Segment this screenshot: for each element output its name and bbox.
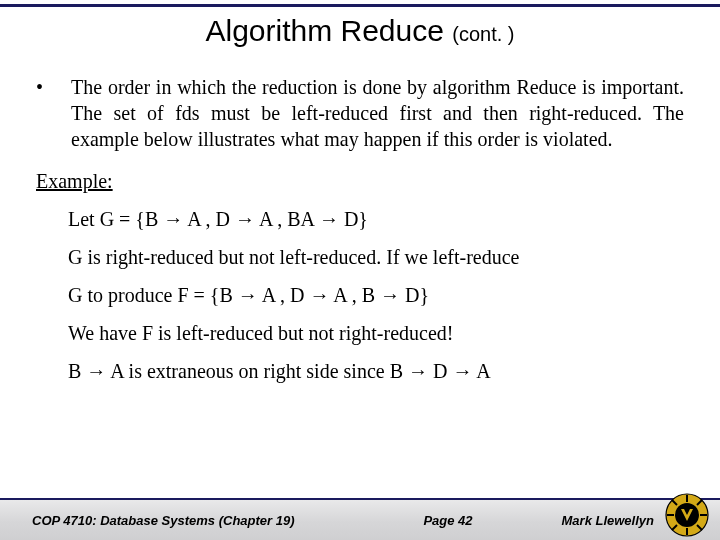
ucf-logo-icon (664, 492, 710, 538)
footer-page: Page 42 (295, 513, 562, 528)
bullet-text: The order in which the reduction is done… (71, 74, 684, 152)
example-line: We have F is left-reduced but not right-… (68, 321, 684, 345)
example-line: G to produce F = {B → A , D → A , B → D} (68, 283, 684, 307)
slide-content: • The order in which the reduction is do… (36, 74, 684, 397)
example-body: Let G = {B → A , D → A , BA → D} G is ri… (68, 207, 684, 383)
footer-bar: COP 4710: Database Systems (Chapter 19) … (0, 498, 720, 540)
example-line: Let G = {B → A , D → A , BA → D} (68, 207, 684, 231)
example-label: Example: (36, 170, 684, 193)
example-line: B → A is extraneous on right side since … (68, 359, 684, 383)
top-border (0, 4, 720, 7)
footer-course: COP 4710: Database Systems (Chapter 19) (0, 513, 295, 528)
example-line: G is right-reduced but not left-reduced.… (68, 245, 684, 269)
title-main: Algorithm Reduce (205, 14, 452, 47)
title-cont: (cont. ) (452, 23, 514, 45)
bullet-item: • The order in which the reduction is do… (36, 74, 684, 152)
slide-title: Algorithm Reduce (cont. ) (0, 14, 720, 48)
bullet-mark: • (36, 74, 43, 152)
